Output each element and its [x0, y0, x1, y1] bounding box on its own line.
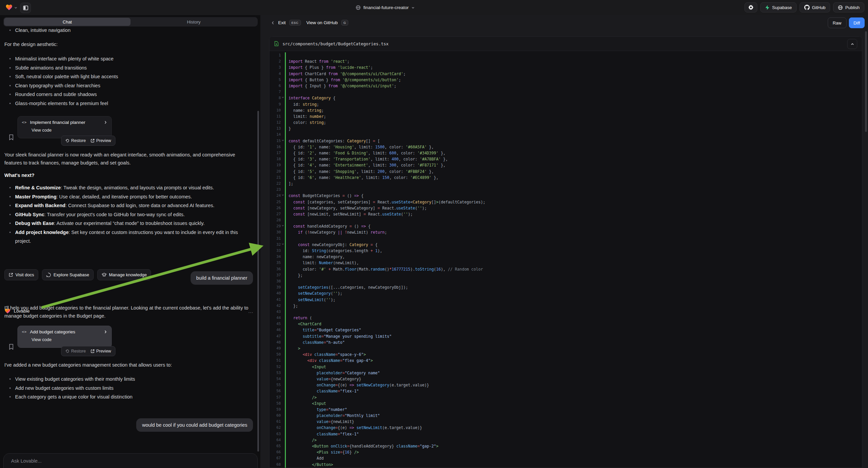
fold-spacer	[281, 455, 285, 461]
list-item: Minimalist interface with plenty of whit…	[4, 54, 253, 63]
code-editor[interactable]: 12import React from 'react';3import { Pl…	[270, 52, 862, 468]
line-number: 28	[270, 217, 281, 223]
visit-docs-label: Visit docs	[16, 272, 34, 277]
exit-button[interactable]: Exit ESC	[271, 20, 301, 26]
code-line-content: <div className="flex gap-4">	[285, 357, 862, 363]
bullet-dot	[9, 223, 11, 224]
tab-chat[interactable]: Chat	[4, 18, 130, 26]
code-line-content	[285, 217, 862, 223]
code-line: 12 color: string;	[270, 119, 862, 125]
code-line-content: >	[285, 346, 862, 351]
fold-spacer	[281, 211, 285, 217]
list-item: Refine & Customize: Tweak the design, an…	[4, 183, 254, 193]
raw-button[interactable]: Raw	[828, 18, 846, 28]
composer: Attach Edit Default	[3, 453, 258, 468]
view-code-link[interactable]: View code	[32, 127, 107, 133]
code-line: 23	[270, 187, 862, 193]
line-number: 43	[270, 309, 281, 315]
restore-label: Restore	[71, 138, 86, 143]
fold-spacer	[281, 278, 285, 284]
bullet-dot	[9, 94, 11, 95]
code-line-content	[285, 131, 862, 138]
code-line: 44 return (	[270, 315, 862, 321]
line-number: 52	[270, 364, 281, 370]
fold-spacer	[281, 315, 285, 321]
chat-tabs: Chat History	[3, 17, 258, 27]
preview-button[interactable]: Preview	[91, 138, 111, 143]
fold-toggle[interactable]	[281, 95, 285, 101]
line-number: 36	[270, 266, 281, 272]
fold-spacer	[281, 272, 285, 278]
collapse-file-button[interactable]	[847, 39, 857, 49]
code-scrollbar[interactable]	[865, 31, 867, 132]
list-item: View existing budget categories with the…	[4, 375, 253, 384]
line-number: 25	[270, 199, 281, 205]
chat-scrollbar[interactable]	[257, 111, 259, 451]
code-line-content: }	[285, 125, 862, 131]
settings-button[interactable]	[745, 2, 757, 12]
code-line-content: import { Input } from '@/components/ui/i…	[285, 83, 862, 89]
chat-bubble-icon	[46, 273, 51, 277]
code-line: 52 <Input	[270, 364, 862, 370]
chevron-up-icon	[850, 42, 854, 46]
fold-spacer	[281, 260, 285, 266]
bullet-dot	[9, 67, 11, 68]
file-header[interactable]: src/components/budget/BudgetCategories.t…	[270, 37, 862, 51]
code-line: 2import React from 'react';	[270, 58, 862, 64]
bullet-text: Soft, neutral color palette with light b…	[15, 72, 118, 81]
code-line: 47 subtitle="Manage your spending limits…	[270, 333, 862, 340]
fold-spacer	[281, 449, 285, 455]
fold-toggle[interactable]	[281, 242, 285, 248]
fold-toggle[interactable]	[281, 138, 285, 144]
publish-button[interactable]: Publish	[833, 2, 864, 12]
fold-spacer	[281, 205, 285, 211]
code-line-content: const BudgetCategories = () => {	[285, 193, 862, 199]
code-line: 3import { Plus } from 'lucide-react';	[270, 64, 862, 70]
code-line: 1	[270, 52, 862, 58]
code-icon: <>	[22, 120, 27, 124]
project-selector[interactable]: financial-future-creator	[355, 0, 415, 15]
line-number: 16	[270, 144, 281, 150]
line-number: 64	[270, 437, 281, 443]
visit-docs-button[interactable]: Visit docs	[4, 269, 38, 280]
sidebar-toggle-button[interactable]	[20, 3, 31, 13]
github-button[interactable]: GitHub	[800, 2, 830, 12]
diff-button[interactable]: Diff	[849, 18, 865, 28]
code-line: 45 <ChartCard	[270, 321, 862, 327]
code-line: 37 };	[270, 272, 862, 278]
bullet-text: Subtle animations and transitions	[15, 63, 87, 72]
code-line-content: </Button>	[285, 462, 862, 468]
external-link-icon	[91, 349, 95, 353]
code-line: 50 <div className="space-y-6">	[270, 351, 862, 357]
version-card-add-budget-categories[interactable]: <> Add budget categories View code	[18, 326, 112, 348]
code-line: 21 { id: '6', name: 'Healthcare', limit:…	[270, 175, 862, 181]
bookmark-icon[interactable]	[9, 134, 14, 140]
tab-chat-label: Chat	[63, 20, 72, 25]
bookmark-icon[interactable]	[9, 344, 14, 350]
tab-history-label: History	[187, 20, 200, 25]
explore-supabase-button[interactable]: Explore Supabase	[42, 269, 93, 280]
line-number: 9	[270, 101, 281, 108]
code-line-content: { id: '4', name: 'Entertainment', limit:…	[285, 162, 862, 168]
bullet-text: Glass-morphic elements for a premium fee…	[15, 99, 108, 108]
version-card-implement-financial-planner[interactable]: <> Implement financial planner View code	[18, 116, 112, 138]
tab-history[interactable]: History	[130, 18, 257, 26]
restore-button[interactable]: Restore	[65, 138, 86, 143]
fold-toggle[interactable]	[281, 223, 285, 229]
view-code-link[interactable]: View code	[32, 337, 107, 342]
restore-button[interactable]: Restore	[65, 349, 86, 353]
fold-spacer	[281, 217, 285, 223]
manage-knowledge-button[interactable]: Manage knowledge	[97, 269, 151, 280]
preview-button[interactable]: Preview	[91, 349, 111, 353]
view-on-github-button[interactable]: View on GitHub G	[306, 20, 348, 26]
bullet-dot	[9, 30, 11, 31]
line-number: 7	[270, 89, 281, 95]
code-line-content: />	[285, 437, 862, 443]
chat-input[interactable]	[10, 458, 213, 464]
lovable-logo-icon[interactable]	[5, 4, 13, 11]
bullet-dot	[9, 196, 11, 197]
fold-toggle[interactable]	[281, 193, 285, 199]
logo-chevron-down-icon[interactable]	[14, 6, 18, 9]
supabase-button[interactable]: Supabase	[760, 2, 797, 12]
fold-spacer	[281, 266, 285, 272]
